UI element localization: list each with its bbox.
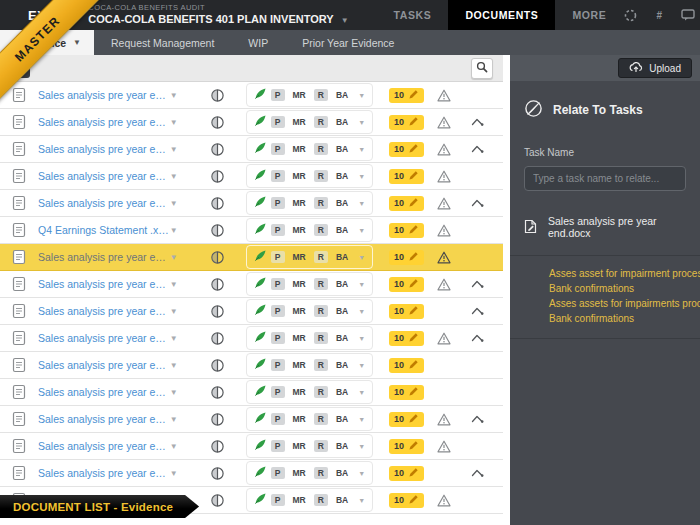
document-link[interactable]: Q4 Earnings Statement .xlsx (38, 224, 170, 236)
chevron-down-icon[interactable]: ▼ (170, 442, 189, 451)
tab-request-management[interactable]: Request Management (94, 30, 231, 55)
toggle-icon[interactable] (189, 331, 246, 346)
signoff-group[interactable]: P MR R BA ▼ (246, 110, 373, 134)
edit-count-badge[interactable]: 10 (389, 304, 424, 319)
document-link[interactable]: Sales analysis pre year end.docx (38, 143, 170, 155)
chevron-down-icon[interactable]: ▼ (170, 469, 189, 478)
edit-count-badge[interactable]: 10 (389, 412, 424, 427)
document-link[interactable]: Sales analysis pre year end.docx (38, 89, 170, 101)
edit-count-badge[interactable]: 10 (389, 88, 424, 103)
signoff-group[interactable]: P MR R BA ▼ (246, 137, 373, 161)
edit-count-badge[interactable]: 10 (389, 358, 424, 373)
edit-count-badge[interactable]: 10 (389, 169, 424, 184)
toggle-icon[interactable] (189, 142, 246, 157)
edit-count-badge[interactable]: 10 (389, 142, 424, 157)
engagement-title[interactable]: COCA-COLA BENEFITS 401 PLAN INVENTORY▼ (88, 13, 348, 26)
chevron-down-icon[interactable]: ▼ (170, 172, 189, 181)
search-button[interactable] (471, 58, 493, 79)
signoff-group[interactable]: P MR R BA ▼ (246, 83, 373, 107)
table-row[interactable]: Sales analysis pre year end.docx ▼ P MR … (0, 460, 503, 487)
table-row[interactable]: Sales analysis pre year end.docx ▼ P MR … (0, 433, 503, 460)
document-link[interactable]: Sales analysis pre year end.docx (38, 170, 170, 182)
document-link[interactable]: Sales analysis pre year end.docx (38, 305, 170, 317)
edit-count-badge[interactable]: 10 (389, 250, 424, 265)
table-row[interactable]: Sales analysis pre year end.docx ▼ P MR … (0, 379, 503, 406)
toggle-icon[interactable] (189, 385, 246, 400)
chevron-down-icon[interactable]: ▼ (170, 280, 189, 289)
nav-documents[interactable]: DOCUMENTS (448, 0, 555, 30)
edit-count-badge[interactable]: 10 (389, 223, 424, 238)
edit-count-badge[interactable]: 10 (389, 277, 424, 292)
table-row[interactable]: Sales analysis pre year end.docx ▼ P MR … (0, 271, 503, 298)
toggle-icon[interactable] (189, 412, 246, 427)
signoff-group[interactable]: P MR R BA ▼ (246, 299, 373, 323)
table-row[interactable]: Sales analysis pre year end.docx ▼ P MR … (0, 136, 503, 163)
chevron-down-icon[interactable]: ▼ (170, 145, 189, 154)
edit-count-badge[interactable]: 10 (389, 196, 424, 211)
table-row[interactable]: Sales analysis pre year end.docx ▼ P MR … (0, 82, 503, 109)
signoff-group[interactable]: P MR R BA ▼ (246, 272, 373, 296)
chevron-down-icon[interactable]: ▼ (170, 91, 189, 100)
upload-button[interactable]: Upload (618, 58, 692, 78)
signoff-group[interactable]: P MR R BA ▼ (246, 353, 373, 377)
table-row[interactable]: Sales analysis pre year end.docx ▼ P MR … (0, 244, 503, 271)
signoff-group[interactable]: P MR R BA ▼ (246, 461, 373, 485)
nav-tasks[interactable]: TASKS (377, 0, 449, 30)
table-row[interactable]: Q4 Earnings Statement .xlsx ▼ P MR R BA … (0, 217, 503, 244)
document-link[interactable]: Sales analysis pre year end.docx (38, 386, 170, 398)
edit-count-badge[interactable]: 10 (389, 115, 424, 130)
edit-count-badge[interactable]: 10 (389, 466, 424, 481)
document-link[interactable]: Sales analysis pre year end.docx (38, 116, 170, 128)
document-link[interactable]: Sales analysis pre year end.docx (38, 440, 170, 452)
table-row[interactable]: Sales analysis pre year end.docx ▼ P MR … (0, 190, 503, 217)
chevron-down-icon[interactable]: ▼ (170, 361, 189, 370)
toggle-icon[interactable] (189, 196, 246, 211)
toggle-icon[interactable] (189, 358, 246, 373)
signoff-group[interactable]: P MR R BA ▼ (246, 488, 373, 512)
signoff-group[interactable]: P MR R BA ▼ (246, 326, 373, 350)
table-row[interactable]: Sales analysis pre year end.docx ▼ P MR … (0, 406, 503, 433)
document-link[interactable]: Sales analysis pre year end.docx (38, 467, 170, 479)
document-link[interactable]: Sales analysis pre year end.docx (38, 359, 170, 371)
chevron-down-icon[interactable]: ▼ (170, 334, 189, 343)
edit-count-badge[interactable]: 10 (389, 493, 424, 508)
document-link[interactable]: Sales analysis pre year end.docx (38, 413, 170, 425)
document-link[interactable]: Sales analysis pre year end.docx (38, 251, 170, 263)
chevron-down-icon[interactable]: ▼ (170, 118, 189, 127)
toggle-icon[interactable] (189, 466, 246, 481)
toggle-icon[interactable] (189, 304, 246, 319)
task-name-input[interactable] (524, 166, 686, 191)
chevron-down-icon[interactable]: ▼ (170, 199, 189, 208)
table-row[interactable]: Sales analysis pre year end.docx ▼ P MR … (0, 325, 503, 352)
toggle-icon[interactable] (189, 88, 246, 103)
toggle-icon[interactable] (189, 439, 246, 454)
related-task-link[interactable]: Asses asset for impairment process (549, 268, 686, 279)
chevron-down-icon[interactable]: ▼ (170, 226, 189, 235)
table-row[interactable]: Sales analysis pre year end.docx ▼ P MR … (0, 163, 503, 190)
signoff-group[interactable]: P MR R BA ▼ (246, 380, 373, 404)
signoff-group[interactable]: P MR R BA ▼ (246, 164, 373, 188)
hash-icon[interactable]: # (652, 8, 666, 22)
table-row[interactable]: Sales analysis pre year end.docx ▼ P MR … (0, 109, 503, 136)
chevron-down-icon[interactable]: ▼ (170, 307, 189, 316)
toggle-icon[interactable] (189, 250, 246, 265)
chevron-down-icon[interactable]: ▼ (170, 388, 189, 397)
tab-wip[interactable]: WIP (231, 30, 285, 55)
related-task-link[interactable]: Asses assets for impairments process (549, 298, 686, 309)
signoff-group[interactable]: P MR R BA ▼ (246, 218, 373, 242)
nav-more[interactable]: MORE (555, 0, 623, 30)
chevron-down-icon[interactable]: ▼ (170, 253, 189, 262)
toggle-icon[interactable] (189, 277, 246, 292)
document-link[interactable]: Sales analysis pre year end.docx (38, 197, 170, 209)
toggle-icon[interactable] (189, 223, 246, 238)
document-link[interactable]: Sales analysis pre year end.docx (38, 278, 170, 290)
edit-count-badge[interactable]: 10 (389, 439, 424, 454)
related-task-link[interactable]: Bank confirmations (549, 283, 686, 294)
related-task-link[interactable]: Bank confirmations (549, 313, 686, 324)
chevron-down-icon[interactable]: ▼ (170, 415, 189, 424)
signoff-group[interactable]: P MR R BA ▼ (246, 245, 373, 269)
table-row[interactable]: Sales analysis pre year end.docx ▼ P MR … (0, 298, 503, 325)
signoff-group[interactable]: P MR R BA ▼ (246, 191, 373, 215)
chat-icon[interactable] (681, 8, 695, 22)
table-row[interactable]: Sales analysis pre year end.docx ▼ P MR … (0, 352, 503, 379)
